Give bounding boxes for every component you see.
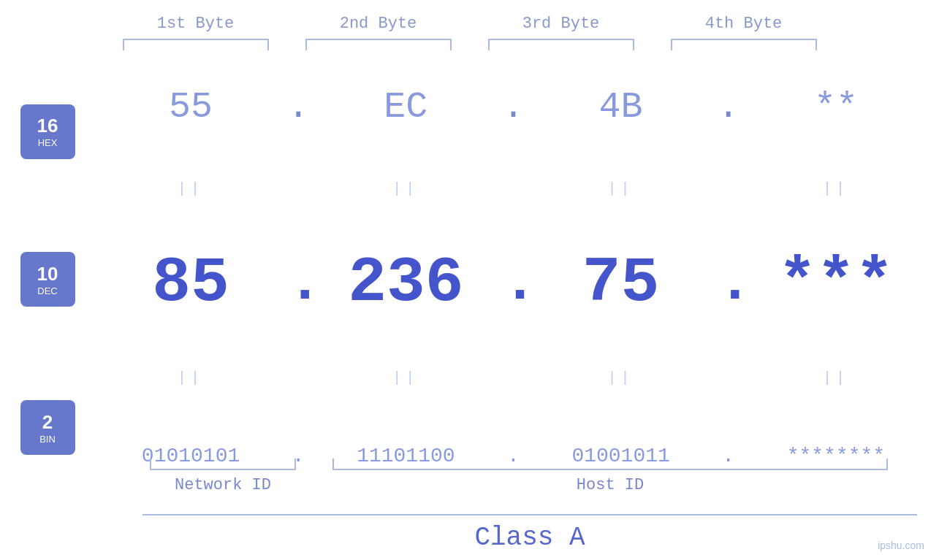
class-section: Class A [142,514,917,553]
dec-dot1: . [287,254,309,312]
dec-dot3: . [718,254,740,312]
hex-b3: 4B [541,86,702,128]
eq1-b2: || [325,180,486,197]
header-byte4: 4th Byte [664,15,824,33]
main-container: 1st Byte 2nd Byte 3rd Byte 4th Byte 16 H… [0,0,939,560]
dec-row: 85 . 236 . 75 . *** [102,243,924,323]
dec-badge-label: DEC [37,285,57,296]
byte-headers-row: 1st Byte 2nd Byte 3rd Byte 4th Byte [115,15,919,33]
bin-badge: 2 BIN [20,400,75,455]
bin-badge-label: BIN [39,434,56,445]
bracket-bottom-host [332,459,888,470]
host-id-section: Host ID [325,459,895,494]
bin-badge-number: 2 [42,411,53,434]
eq1-b4: || [756,180,916,197]
hex-b2: EC [325,86,486,128]
dec-dot2: . [502,254,524,312]
dec-badge: 10 DEC [20,252,75,307]
header-byte3: 3rd Byte [481,15,642,33]
bracket-top-byte2 [305,39,452,50]
hex-b4: ** [756,86,916,128]
hex-badge-number: 16 [37,115,58,137]
bracket-top-byte3 [488,39,634,50]
eq1-b3: || [541,180,702,197]
host-id-label: Host ID [577,476,644,494]
class-label: Class A [142,523,917,553]
hex-b1: 55 [110,86,271,128]
hex-dot1: . [287,86,309,128]
dec-b4: *** [756,247,916,319]
bottom-brackets-row: Network ID Host ID [142,459,917,494]
eq2-b1: || [110,369,271,386]
badges-column: 16 HEX 10 DEC 2 BIN [0,50,95,560]
class-line [142,514,917,515]
network-id-section: Network ID [142,459,303,494]
eq2-b4: || [756,369,916,386]
eq2-b2: || [325,369,486,386]
hex-dot3: . [718,86,740,128]
hex-dot2: . [502,86,524,128]
top-brackets [115,39,919,50]
watermark: ipshu.com [878,540,924,551]
dec-b1: 85 [110,247,271,319]
header-byte2: 2nd Byte [298,15,459,33]
dec-b3: 75 [541,247,702,319]
header-byte1: 1st Byte [115,15,276,33]
eq1-b1: || [110,180,271,197]
equals-row-2: || || || || [102,367,924,389]
bracket-top-byte4 [671,39,817,50]
bracket-bottom-network [150,459,296,470]
dec-badge-number: 10 [37,263,58,285]
hex-row: 55 . EC . 4B . ** [102,80,924,134]
dec-b2: 236 [325,247,486,319]
bracket-top-byte1 [123,39,269,50]
equals-row-1: || || || || [102,177,924,199]
hex-badge: 16 HEX [20,104,75,159]
eq2-b3: || [541,369,702,386]
hex-badge-label: HEX [38,137,58,148]
network-id-label: Network ID [175,476,271,494]
